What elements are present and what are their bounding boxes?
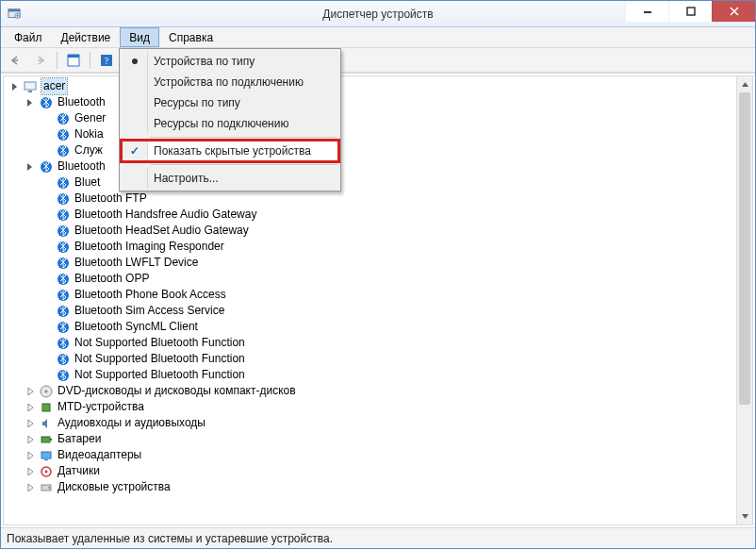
tree-category-disks[interactable]: Дисковые устройства bbox=[8, 479, 752, 495]
svg-text:?: ? bbox=[105, 56, 109, 66]
tree-item[interactable]: Bluetooth Sim Access Service bbox=[8, 303, 752, 319]
tree-item[interactable]: Bluetooth LWFLT Device bbox=[8, 255, 752, 271]
content-area: acer Bluetooth Gener Nokia Служ Bl bbox=[1, 73, 755, 527]
tree-category-video[interactable]: Видеоадаптеры bbox=[8, 447, 752, 463]
scroll-down-arrow[interactable] bbox=[737, 508, 752, 524]
bluetooth-icon bbox=[56, 336, 71, 351]
tree-label: Видеоадаптеры bbox=[57, 447, 141, 463]
menu-help[interactable]: Справка bbox=[159, 27, 222, 47]
device-tree[interactable]: acer Bluetooth Gener Nokia Служ Bl bbox=[4, 76, 752, 497]
toolbar-forward-button[interactable] bbox=[29, 50, 52, 71]
bluetooth-icon bbox=[56, 320, 71, 335]
toolbar-properties-button[interactable] bbox=[62, 50, 85, 71]
bluetooth-icon bbox=[56, 352, 71, 367]
menu-view[interactable]: Вид bbox=[120, 27, 159, 47]
tree-label: Bluetooth Imaging Responder bbox=[74, 239, 224, 255]
radio-selected-icon bbox=[132, 58, 138, 64]
tree-label: Bluetooth bbox=[57, 158, 106, 175]
tree-item[interactable]: Not Supported Bluetooth Function bbox=[8, 335, 752, 351]
bluetooth-icon bbox=[56, 191, 71, 207]
svg-rect-4 bbox=[687, 8, 695, 15]
expander-icon[interactable] bbox=[25, 466, 36, 476]
scroll-track[interactable] bbox=[737, 92, 752, 508]
tree-label: Bluetooth Handsfree Audio Gateway bbox=[74, 207, 256, 223]
svg-rect-1 bbox=[8, 8, 20, 11]
tree-category-audio[interactable]: Аудиовходы и аудиовыходы bbox=[8, 415, 752, 431]
menu-item-label: Настроить... bbox=[154, 172, 219, 185]
svg-rect-33 bbox=[50, 439, 52, 441]
tree-label: Not Supported Bluetooth Function bbox=[74, 351, 245, 367]
maximize-button[interactable] bbox=[668, 1, 712, 22]
tree-item[interactable]: Bluetooth SyncML Client bbox=[8, 319, 752, 335]
svg-point-39 bbox=[48, 487, 50, 489]
close-button[interactable] bbox=[712, 1, 755, 22]
expander-icon[interactable] bbox=[10, 81, 21, 92]
bluetooth-icon bbox=[56, 288, 71, 303]
menu-item-show-hidden[interactable]: ✓ Показать скрытые устройства bbox=[122, 141, 338, 161]
tree-label: Датчики bbox=[57, 463, 100, 479]
battery-icon bbox=[39, 432, 54, 447]
tree-item[interactable]: Bluetooth Handsfree Audio Gateway bbox=[8, 207, 752, 223]
title-bar: Диспетчер устройств bbox=[1, 1, 755, 27]
toolbar-back-button[interactable] bbox=[5, 50, 27, 71]
menu-item-devices-by-type[interactable]: Устройства по типу bbox=[122, 51, 338, 72]
tree-category-battery[interactable]: Батареи bbox=[8, 431, 752, 447]
drive-icon bbox=[39, 480, 54, 495]
menu-item-resources-by-connection[interactable]: Ресурсы по подключению bbox=[122, 113, 338, 134]
expander-icon[interactable] bbox=[25, 386, 36, 396]
svg-rect-32 bbox=[41, 437, 50, 442]
menu-item-resources-by-type[interactable]: Ресурсы по типу bbox=[122, 92, 338, 113]
menu-item-devices-by-connection[interactable]: Устройства по подключению bbox=[122, 72, 338, 92]
status-bar: Показывает удаленные из системы и устаре… bbox=[1, 527, 755, 548]
tree-label: Батареи bbox=[57, 431, 101, 447]
expander-icon[interactable] bbox=[25, 402, 36, 412]
tree-item[interactable]: Bluetooth OPP bbox=[8, 271, 752, 287]
tree-item[interactable]: Not Supported Bluetooth Function bbox=[8, 351, 752, 367]
chip-icon bbox=[39, 400, 54, 415]
scroll-up-arrow[interactable] bbox=[737, 76, 752, 92]
scroll-thumb[interactable] bbox=[739, 92, 750, 405]
menu-file[interactable]: Файл bbox=[5, 27, 52, 47]
minimize-button[interactable] bbox=[625, 1, 668, 22]
tree-item[interactable]: Bluetooth HeadSet Audio Gateway bbox=[8, 223, 752, 239]
bluetooth-icon bbox=[56, 127, 71, 142]
expander-icon[interactable] bbox=[25, 97, 36, 108]
tree-label: Bluetooth LWFLT Device bbox=[74, 255, 198, 271]
bluetooth-icon bbox=[56, 256, 71, 271]
tree-category-dvd[interactable]: DVD-дисководы и дисководы компакт-дисков bbox=[8, 383, 752, 399]
svg-rect-35 bbox=[44, 459, 48, 460]
tree-item[interactable]: Bluetooth Imaging Responder bbox=[8, 239, 752, 255]
tree-label: Bluetooth bbox=[57, 94, 106, 110]
expander-icon[interactable] bbox=[25, 418, 36, 428]
tree-label: Bluetooth FTP bbox=[74, 191, 147, 207]
bluetooth-icon bbox=[56, 208, 71, 223]
menu-separator bbox=[150, 137, 337, 138]
menu-separator bbox=[150, 164, 337, 165]
toolbar-help-button[interactable]: ? bbox=[95, 50, 118, 71]
svg-rect-34 bbox=[41, 452, 51, 458]
tree-label: Bluetooth HeadSet Audio Gateway bbox=[74, 223, 249, 239]
tree-item[interactable]: Bluetooth Phone Book Access bbox=[8, 287, 752, 303]
check-icon: ✓ bbox=[130, 144, 140, 158]
view-menu-dropdown: Устройства по типу Устройства по подключ… bbox=[119, 48, 341, 191]
menu-action[interactable]: Действие bbox=[52, 27, 121, 47]
tree-item[interactable]: Bluetooth FTP bbox=[8, 191, 752, 207]
expander-icon[interactable] bbox=[25, 161, 36, 172]
svg-rect-6 bbox=[68, 55, 79, 58]
expander-icon[interactable] bbox=[25, 434, 36, 444]
expander-icon[interactable] bbox=[25, 450, 36, 460]
tree-category-sensors[interactable]: Датчики bbox=[8, 463, 752, 479]
expander-icon[interactable] bbox=[25, 482, 36, 492]
vertical-scrollbar[interactable] bbox=[736, 76, 752, 524]
tree-item[interactable]: Not Supported Bluetooth Function bbox=[8, 367, 752, 383]
menu-item-label: Показать скрытые устройства bbox=[154, 144, 311, 158]
tree-label: Аудиовходы и аудиовыходы bbox=[57, 415, 205, 431]
menu-item-customize[interactable]: Настроить... bbox=[122, 168, 338, 189]
display-icon bbox=[39, 448, 54, 463]
svg-rect-9 bbox=[25, 82, 36, 90]
tree-label: Служ bbox=[74, 142, 103, 158]
toolbar-separator bbox=[57, 52, 58, 69]
tree-category-mtd[interactable]: MTD-устройства bbox=[8, 399, 752, 415]
menu-bar: Файл Действие Вид Справка bbox=[1, 27, 755, 48]
bluetooth-icon bbox=[56, 240, 71, 255]
